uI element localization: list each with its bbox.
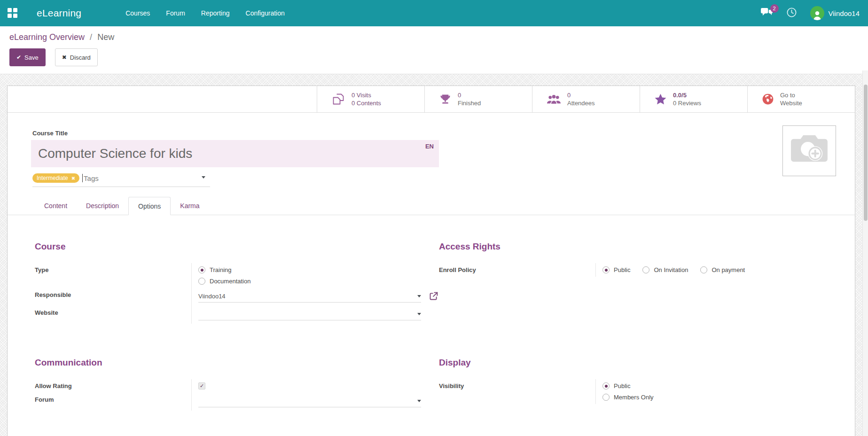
tag-intermediate[interactable]: Intermediate ✖ <box>32 173 79 183</box>
radio-icon[interactable] <box>198 278 205 285</box>
stat-value: 0 <box>458 91 481 99</box>
chevron-down-icon[interactable] <box>417 400 421 402</box>
scrollbar-thumb[interactable] <box>864 85 868 221</box>
external-link-icon[interactable] <box>429 291 438 301</box>
tab-content[interactable]: Content <box>35 197 77 215</box>
save-button[interactable]: ✔ Save <box>9 48 46 66</box>
close-icon: ✖ <box>62 54 67 61</box>
radio-on-payment[interactable]: On payment <box>700 266 745 273</box>
stat-caption: Website <box>780 99 802 107</box>
radio-label: On payment <box>712 266 745 273</box>
discard-button[interactable]: ✖ Discard <box>55 48 98 66</box>
user-menu[interactable]: Viindoo14 <box>810 6 860 20</box>
field-row-forum: Forum <box>35 393 416 411</box>
section-communication: Communication Allow Rating ✓ Forum <box>35 358 416 411</box>
radio-icon[interactable] <box>602 266 610 273</box>
radio-label: Members Only <box>614 394 654 401</box>
clock-icon <box>786 7 797 20</box>
nav-item-forum[interactable]: Forum <box>165 7 186 20</box>
field-row-allow-rating: Allow Rating ✓ <box>35 379 416 393</box>
stat-button-reviews[interactable]: 0.0/5 0 Reviews <box>640 86 747 112</box>
chevron-down-icon[interactable] <box>417 313 421 315</box>
app-brand[interactable]: eLearning <box>37 8 81 19</box>
notebook-tabs: Content Description Options Karma <box>8 197 855 215</box>
responsible-value: Viindoo14 <box>198 293 226 300</box>
chevron-down-icon[interactable] <box>417 295 421 297</box>
section-access-rights: Access Rights Enroll Policy Public On In… <box>439 241 821 324</box>
stat-button-go-to-website[interactable]: Go to Website <box>747 86 855 112</box>
radio-icon[interactable] <box>602 394 610 401</box>
check-icon: ✔ <box>16 54 21 61</box>
section-title: Display <box>439 358 821 368</box>
vertical-scrollbar[interactable] <box>862 70 868 436</box>
activities-button[interactable] <box>786 7 797 20</box>
field-row-visibility: Visibility Public Members Only <box>439 379 821 404</box>
field-row-responsible: Responsible Viindoo14 <box>35 288 416 306</box>
breadcrumb-separator: / <box>90 32 92 42</box>
allow-rating-label: Allow Rating <box>35 379 191 393</box>
course-image-upload[interactable] <box>782 125 836 176</box>
radio-icon[interactable] <box>198 266 205 273</box>
tags-placeholder: Tags <box>84 174 99 182</box>
radio-members-only[interactable]: Members Only <box>602 394 654 401</box>
tag-label: Intermediate <box>37 175 68 181</box>
radio-training[interactable]: Training <box>198 266 250 273</box>
forum-select[interactable] <box>198 396 421 407</box>
radio-label: Public <box>614 382 630 389</box>
breadcrumb-parent[interactable]: eLearning Overview <box>9 32 85 42</box>
apps-grid-icon[interactable] <box>8 8 18 18</box>
radio-label: Public <box>614 266 630 273</box>
tags-input[interactable]: Intermediate ✖ Tags <box>32 173 210 187</box>
field-row-enroll-policy: Enroll Policy Public On Invitation <box>439 263 821 277</box>
globe-icon <box>762 93 774 105</box>
type-label: Type <box>35 263 191 288</box>
website-select[interactable] <box>198 309 421 320</box>
form-view-background: 0 Visits 0 Contents 0 Finished <box>0 74 868 436</box>
forum-label: Forum <box>35 393 191 411</box>
stat-button-contents[interactable]: 0 Visits 0 Contents <box>317 86 424 112</box>
trophy-icon <box>439 93 452 106</box>
text-cursor <box>82 174 83 182</box>
chevron-down-icon[interactable] <box>202 176 205 179</box>
radio-icon[interactable] <box>602 382 610 389</box>
documents-icon <box>331 92 345 106</box>
discard-button-label: Discard <box>70 54 91 61</box>
attendees-group-icon <box>547 94 561 105</box>
radio-documentation[interactable]: Documentation <box>198 278 250 285</box>
nav-item-configuration[interactable]: Configuration <box>245 7 286 20</box>
radio-visibility-public[interactable]: Public <box>602 382 654 389</box>
section-title: Access Rights <box>439 241 821 252</box>
breadcrumb: eLearning Overview / New <box>9 32 868 42</box>
stat-value: 0 <box>567 91 595 99</box>
star-icon <box>654 93 667 106</box>
tag-remove-icon[interactable]: ✖ <box>71 176 75 181</box>
allow-rating-checkbox[interactable]: ✓ <box>198 382 205 389</box>
radio-icon[interactable] <box>700 266 707 273</box>
top-navbar: eLearning Courses Forum Reporting Config… <box>0 0 868 26</box>
main-menu: Courses Forum Reporting Configuration <box>125 7 286 20</box>
save-button-label: Save <box>24 54 39 61</box>
navbar-systray: 2 Viindoo14 <box>760 6 860 20</box>
stat-button-attendees[interactable]: 0 Attendees <box>532 86 640 112</box>
stat-value: 0 Visits <box>352 91 381 99</box>
radio-icon[interactable] <box>642 266 649 273</box>
responsible-select[interactable]: Viindoo14 <box>198 291 421 303</box>
nav-item-courses[interactable]: Courses <box>125 7 151 20</box>
messages-button[interactable]: 2 <box>760 8 773 19</box>
stat-button-finished[interactable]: 0 Finished <box>424 86 532 112</box>
section-display: Display Visibility Public Members Only <box>439 358 821 411</box>
control-panel: eLearning Overview / New ✔ Save ✖ Discar… <box>0 26 868 74</box>
course-title-input[interactable]: Computer Science for kids EN <box>31 140 439 167</box>
radio-label: Training <box>210 266 231 273</box>
section-course: Course Type Training Documentation <box>35 241 416 324</box>
radio-on-invitation[interactable]: On Invitation <box>642 266 688 273</box>
radio-label: Documentation <box>210 278 250 285</box>
nav-item-reporting[interactable]: Reporting <box>200 7 231 20</box>
tab-karma[interactable]: Karma <box>171 197 209 215</box>
radio-public[interactable]: Public <box>602 266 630 273</box>
tab-description[interactable]: Description <box>77 197 128 215</box>
language-badge[interactable]: EN <box>425 143 434 150</box>
user-avatar <box>810 6 824 20</box>
messages-count-badge: 2 <box>770 4 779 13</box>
tab-options[interactable]: Options <box>128 197 171 215</box>
